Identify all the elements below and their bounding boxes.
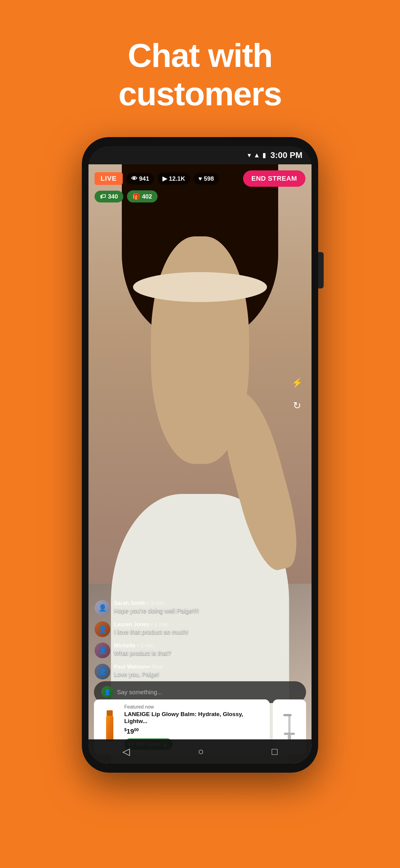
status-time: 3:00 PM (270, 150, 303, 160)
message-content-4: Paul Watson•• Now Love you, Paige! (114, 664, 163, 678)
viewers-badge: 👁 941 (126, 173, 154, 185)
header-section: Chat with customers (118, 36, 282, 113)
username-paul: Paul Watson•• (114, 664, 150, 670)
play-icon: ▶ (163, 175, 167, 182)
chat-message-1: 👤 Sarah Smith • 3 min Hope you're doing … (94, 600, 283, 616)
svg-rect-5 (283, 714, 291, 716)
username-lauren: Lauren Jones (114, 621, 149, 627)
message-header-2: Lauren Jones • 2 min (114, 621, 189, 628)
avatar-sarah: 👤 (94, 600, 110, 616)
android-nav-bar: ◁ ○ □ (88, 739, 312, 764)
chat-input-placeholder: Say something... (117, 689, 162, 696)
header-line1: Chat with (118, 36, 282, 75)
chat-message-4: 👤 Paul Watson•• Now Love you, Paige! (94, 664, 283, 679)
status-bar: ▾ ▲ ▮ 3:00 PM (88, 146, 312, 164)
likes-badge: ♥ 598 (194, 173, 219, 185)
secondary-product-image (280, 712, 298, 742)
svg-rect-2 (288, 715, 290, 734)
time-sarah: • 3 min (147, 600, 164, 606)
svg-rect-1 (106, 716, 113, 742)
featured-label: Featured now (124, 704, 265, 710)
time-paul: Now (152, 664, 163, 670)
phone-body: ▾ ▲ ▮ 3:00 PM (82, 137, 318, 773)
time-michelle: • 1 min (137, 643, 154, 649)
stream-content: LIVE 👁 941 ▶ 12.1K ♥ 598 (88, 164, 312, 764)
message-header-4: Paul Watson•• Now (114, 664, 163, 670)
right-icons-panel: ⚡ ↻ (288, 374, 306, 414)
product-image (99, 712, 120, 742)
status-icons: ▾ ▲ ▮ (248, 151, 266, 159)
product-name: LANEIGE Lip Glowy Balm: Hydrate, Glossy,… (124, 711, 265, 725)
currency-symbol: $ (124, 727, 127, 732)
svg-rect-0 (107, 710, 113, 716)
signal-icon: ▲ (253, 151, 260, 159)
plays-badge: ▶ 12.1K (158, 173, 190, 185)
tags-badge: 🏷 340 (94, 191, 123, 203)
chat-message-2: 👤 Lauren Jones • 2 min I love that produ… (94, 621, 283, 637)
faucet-svg (280, 712, 298, 742)
tag-icon: 🏷 (100, 193, 106, 200)
message-text-1: Hope you're doing well Paige!!!! (114, 608, 199, 614)
gift-icon: 🎁 (133, 193, 140, 200)
stream-overlay: LIVE 👁 941 ▶ 12.1K ♥ 598 (88, 164, 312, 764)
message-text-4: Love you, Paige! (114, 671, 163, 678)
message-header-3: Michelle • 1 min (114, 643, 171, 649)
likes-count: 598 (204, 175, 214, 182)
phone-screen: ▾ ▲ ▮ 3:00 PM (88, 146, 312, 764)
username-sarah: Sarah Smith (114, 600, 146, 606)
viewers-count: 941 (139, 175, 149, 182)
chat-message-3: 👤 Michelle • 1 min What product is that? (94, 643, 283, 658)
svg-rect-3 (284, 733, 295, 735)
gifts-count: 402 (142, 193, 152, 200)
back-nav-icon[interactable]: ◁ (122, 746, 130, 757)
header-line2: customers (118, 75, 282, 113)
refresh-icon[interactable]: ↻ (288, 397, 306, 414)
tags-count: 340 (108, 193, 118, 200)
flash-icon[interactable]: ⚡ (288, 374, 306, 391)
gifts-badge: 🎁 402 (127, 190, 157, 203)
price-dollars: 19 (127, 727, 134, 735)
price-cents: 00 (134, 727, 139, 732)
wifi-icon: ▾ (248, 151, 251, 159)
avatar-lauren: 👤 (94, 621, 110, 637)
live-badge: LIVE (94, 172, 123, 185)
phone-mockup: ▾ ▲ ▮ 3:00 PM (82, 137, 318, 773)
time-lauren: • 2 min (151, 621, 168, 627)
plays-count: 12.1K (169, 175, 185, 182)
chat-avatar: 👤 (101, 686, 113, 698)
stream-top-bar: LIVE 👁 941 ▶ 12.1K ♥ 598 (88, 164, 312, 187)
top-bar-left: LIVE 👁 941 ▶ 12.1K ♥ 598 (94, 172, 219, 185)
eye-icon: 👁 (131, 175, 137, 182)
svg-rect-4 (288, 735, 291, 739)
product-price: $1900 (124, 727, 265, 736)
recents-nav-icon[interactable]: □ (272, 746, 278, 757)
chat-messages-area: 👤 Sarah Smith • 3 min Hope you're doing … (88, 600, 289, 685)
message-text-3: What product is that? (114, 650, 171, 657)
message-content-2: Lauren Jones • 2 min I love that product… (114, 621, 189, 636)
avatar-paul: 👤 (94, 664, 110, 679)
second-row: 🏷 340 🎁 402 (88, 187, 312, 203)
end-stream-button[interactable]: END STREAM (243, 170, 306, 187)
message-content-3: Michelle • 1 min What product is that? (114, 643, 171, 657)
heart-icon: ♥ (199, 175, 202, 182)
lip-balm-svg (104, 710, 115, 744)
message-header-1: Sarah Smith • 3 min (114, 600, 199, 607)
message-content-1: Sarah Smith • 3 min Hope you're doing we… (114, 600, 199, 614)
avatar-michelle: 👤 (94, 643, 110, 658)
username-michelle: Michelle (114, 643, 136, 649)
home-nav-icon[interactable]: ○ (198, 746, 204, 757)
message-text-2: I love that product so much! (114, 629, 189, 636)
battery-icon: ▮ (262, 151, 266, 159)
